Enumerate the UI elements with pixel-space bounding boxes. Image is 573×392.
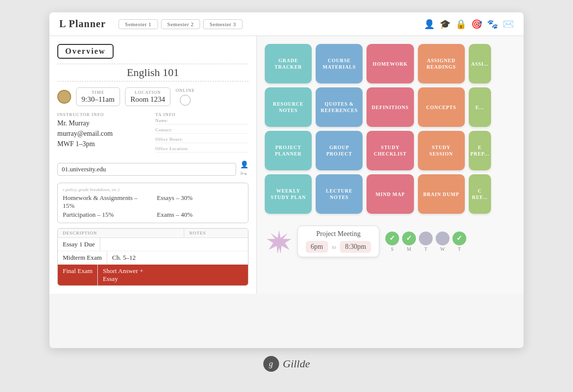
day-check-1: ✓ xyxy=(402,232,416,245)
day-item-3[interactable]: W xyxy=(436,232,450,252)
day-item-0[interactable]: ✓S xyxy=(385,232,399,252)
target-icon[interactable]: 🎯 xyxy=(471,19,482,30)
grid-card-1-4[interactable]: E... xyxy=(469,87,491,127)
grid-card-3-4[interactable]: C Ref... xyxy=(469,174,491,214)
ta-name-label: Name: xyxy=(156,118,249,124)
grid-card-3-1[interactable]: Lecture Notes xyxy=(316,174,363,214)
header-icons: 👤 🎓 🔒 🎯 🐾 ✉️ xyxy=(424,19,514,30)
grid-card-2-3[interactable]: Study Session xyxy=(418,131,465,170)
grade-item-1: Essays – 30% xyxy=(157,194,244,210)
grid-card-label-0-1: Course Materials xyxy=(323,57,356,70)
email-row: 👤 🗝 xyxy=(57,160,248,178)
grad-icon[interactable]: 🎓 xyxy=(440,19,450,30)
instructor-info: Mr. Murray murray@email.com MWF 1–3pm xyxy=(57,118,151,149)
grid-card-0-4[interactable]: Assi... xyxy=(469,44,491,83)
semester-tabs: Semester 1 Semester 2 Semester 3 xyxy=(119,19,243,29)
app-header: L Planner Semester 1 Semester 2 Semester… xyxy=(49,12,524,36)
day-label-4: T xyxy=(458,246,461,252)
time-location-row: Time 9:30–11am Location Room 1234 Online xyxy=(57,87,248,106)
day-item-1[interactable]: ✓M xyxy=(402,232,416,252)
grid-card-label-3-2: Mind Map xyxy=(375,191,405,197)
person-small-icon: 👤 xyxy=(240,160,248,169)
grid-card-1-0[interactable]: Resource Notes xyxy=(265,87,312,127)
col-header-desc: Description xyxy=(58,229,184,237)
online-box: Online xyxy=(175,88,195,106)
day-label-2: T xyxy=(424,246,428,252)
instructor-box: Instructor Info Mr. Murray murray@email.… xyxy=(57,112,151,156)
grid-card-3-0[interactable]: Weekly Study Plan xyxy=(265,174,312,214)
grid-card-label-2-4: E Prep... xyxy=(470,144,489,157)
grid-card-3-2[interactable]: Mind Map xyxy=(367,174,413,214)
logo-char: g xyxy=(269,359,273,368)
meeting-card: Project Meeting 6pm to 8:30pm xyxy=(297,226,379,257)
grid-card-label-1-1: Quotes & References xyxy=(321,101,358,114)
email-icons: 👤 🗝 xyxy=(240,160,248,178)
grade-item-0: Homework & Assignments – 15% xyxy=(63,194,149,210)
grid-card-0-1[interactable]: Course Materials xyxy=(316,44,363,83)
grid-card-label-0-4: Assi... xyxy=(471,61,489,67)
semester-tab-3[interactable]: Semester 3 xyxy=(203,19,243,29)
grid-card-label-2-1: Group Project xyxy=(327,144,352,157)
grade-item-3: Exams – 40% xyxy=(157,211,244,219)
assignment-notes-1: Ch. 5–12 xyxy=(107,251,171,264)
app-title: L Planner xyxy=(59,18,106,30)
grid-card-1-1[interactable]: Quotes & References xyxy=(316,87,363,127)
svg-marker-0 xyxy=(267,230,291,254)
ta-name-field: Name: xyxy=(156,118,249,124)
grade-note: r policy, grade breakdown, etc.) xyxy=(63,187,243,192)
starburst-icon xyxy=(267,229,291,254)
days-tracker: ✓S✓MTW✓T xyxy=(385,232,466,252)
day-label-3: W xyxy=(440,246,445,252)
grid-card-label-1-2: Definitions xyxy=(372,104,409,111)
grid-card-0-2[interactable]: Homework xyxy=(367,44,413,83)
paw-icon[interactable]: 🐾 xyxy=(487,19,498,30)
person-icon[interactable]: 👤 xyxy=(424,19,435,30)
mail-icon[interactable]: ✉️ xyxy=(503,19,514,30)
grid-card-2-2[interactable]: Study Checklist xyxy=(367,131,413,170)
right-panel: Grade TrackerCourse MaterialsHomeworkAss… xyxy=(257,36,524,294)
grid-card-0-3[interactable]: Assigned Readings xyxy=(418,44,465,83)
meeting-to-label: to xyxy=(332,244,336,250)
grid-card-label-0-3: Assigned Readings xyxy=(427,57,456,70)
semester-tab-1[interactable]: Semester 1 xyxy=(119,19,158,29)
bottom-section: Project Meeting 6pm to 8:30pm ✓S✓MTW✓T xyxy=(265,222,516,261)
ta-contact-field: Contact: xyxy=(156,127,249,134)
instructor-ta-row: Instructor Info Mr. Murray murray@email.… xyxy=(57,112,248,156)
location-value: Room 1234 xyxy=(130,95,165,103)
assignment-row-1: Midterm Exam Ch. 5–12 xyxy=(58,251,248,265)
semester-tab-2[interactable]: Semester 2 xyxy=(161,19,201,29)
grid-card-label-3-4: C Ref... xyxy=(472,188,488,200)
email-input[interactable] xyxy=(57,163,236,176)
location-box: Location Room 1234 xyxy=(125,87,170,106)
day-item-4[interactable]: ✓T xyxy=(452,232,466,252)
footer-brand: Gillde xyxy=(283,357,310,370)
color-dot xyxy=(57,90,71,104)
instructor-hours: MWF 1–3pm xyxy=(57,139,151,149)
day-label-1: M xyxy=(407,246,411,252)
ta-office-hours-field: Office Hours: xyxy=(156,137,249,143)
lock-icon[interactable]: 🔒 xyxy=(455,19,466,30)
assignment-row-0: Essay 1 Due xyxy=(58,238,248,251)
location-label: Location xyxy=(130,90,165,95)
grid-card-2-4[interactable]: E Prep... xyxy=(469,131,491,170)
grid-card-label-1-4: E... xyxy=(476,104,484,111)
grid-card-1-3[interactable]: Concepts xyxy=(418,87,465,127)
overview-label: Overview xyxy=(57,44,114,59)
grid-card-label-0-2: Homework xyxy=(373,61,408,67)
grade-items: Homework & Assignments – 15% Essays – 30… xyxy=(63,194,243,219)
grid-card-2-0[interactable]: Project Planner xyxy=(265,131,312,170)
online-circle xyxy=(180,95,191,106)
instructor-email: murray@email.com xyxy=(57,128,151,139)
assignments-table: Description Notes Essay 1 Due Midterm Ex… xyxy=(57,228,248,286)
grid-card-label-1-3: Concepts xyxy=(426,104,456,111)
grid-card-0-0[interactable]: Grade Tracker xyxy=(265,44,312,83)
grid-card-3-3[interactable]: Brain Dump xyxy=(418,174,465,214)
time-value: 9:30–11am xyxy=(82,95,115,103)
grid-card-label-2-2: Study Checklist xyxy=(374,144,407,157)
grid-card-label-1-0: Resource Notes xyxy=(273,101,304,114)
grid-card-1-2[interactable]: Definitions xyxy=(367,87,413,127)
col-header-notes: Notes xyxy=(184,229,248,237)
assignment-desc-1: Midterm Exam xyxy=(58,251,107,264)
grid-card-2-1[interactable]: Group Project xyxy=(316,131,363,170)
day-item-2[interactable]: T xyxy=(419,232,433,252)
